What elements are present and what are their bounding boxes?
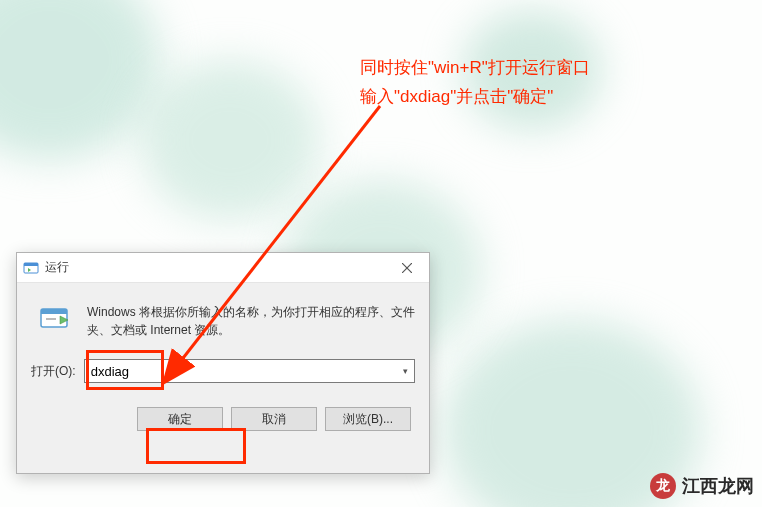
svg-rect-3 [24,263,38,266]
run-dialog: 运行 Windows 将根据你所输入的名称，为你打开相应的程序、文件夹、文档或 … [16,252,430,474]
close-button[interactable] [385,253,429,283]
watermark-text: 江西龙网 [682,474,754,498]
instruction-annotation: 同时按住"win+R"打开运行窗口 输入"dxdiag"并点击"确定" [360,54,590,112]
watermark-logo-icon: 龙 [650,473,676,499]
open-input[interactable] [84,359,415,383]
close-icon [402,263,412,273]
watermark: 龙 江西龙网 [650,473,754,499]
svg-rect-9 [46,318,56,320]
svg-rect-8 [41,309,67,314]
dialog-titlebar[interactable]: 运行 [17,253,429,283]
dialog-body: Windows 将根据你所输入的名称，为你打开相应的程序、文件夹、文档或 Int… [17,283,429,441]
annotation-line-1: 同时按住"win+R"打开运行窗口 [360,54,590,83]
ok-button[interactable]: 确定 [137,407,223,431]
annotation-line-2: 输入"dxdiag"并点击"确定" [360,83,590,112]
run-titlebar-icon [23,260,39,276]
dialog-title: 运行 [45,259,69,276]
dialog-description: Windows 将根据你所输入的名称，为你打开相应的程序、文件夹、文档或 Int… [87,301,415,339]
chevron-down-icon[interactable]: ▾ [396,360,414,382]
browse-button[interactable]: 浏览(B)... [325,407,411,431]
cancel-button[interactable]: 取消 [231,407,317,431]
open-label: 打开(O): [31,363,76,380]
run-dialog-icon [37,301,73,337]
